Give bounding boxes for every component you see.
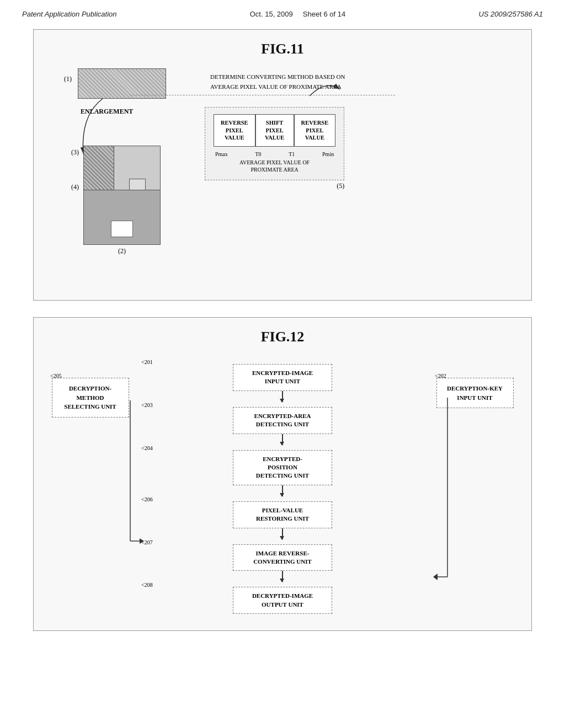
fc-num201: <201 — [141, 359, 153, 365]
fig11-label5: (5) — [205, 182, 344, 190]
fc-arrow4 — [282, 528, 283, 539]
fig11-pmin: Pmin — [322, 151, 334, 157]
fc-center-col: <201 ENCRYPTED-IMAGEINPUT UNIT <203 ENCR… — [136, 359, 429, 614]
fig12-title: FIG.12 — [45, 329, 520, 345]
fig11-title: FIG.11 — [45, 41, 520, 57]
fc-num207: <207 — [141, 539, 153, 545]
fig11-label1: (1) — [64, 75, 72, 83]
fig11-t0: T0 — [255, 151, 261, 157]
fig12-box202: DECRYPTION-KEYINPUT UNIT — [436, 378, 514, 408]
fig11-dashed-line — [130, 95, 395, 95]
main-content: FIG.11 (1) ENLARGEMENT — [0, 24, 565, 659]
fig11-three-boxes: REVERSEPIXELVALUE SHIFTPIXELVALUE REVERS… — [214, 114, 335, 147]
fig11-box2: SHIFTPIXELVALUE — [255, 114, 294, 147]
fc-num208: <208 — [141, 582, 153, 588]
fig11-layout: (1) ENLARGEMENT DETERMINE CONVERTING MET… — [45, 68, 520, 289]
fc-arrow5 — [282, 571, 283, 582]
fc-num203: <203 — [141, 402, 153, 408]
fig11-enlarged-group: (3) (4) — [83, 146, 161, 255]
header-sheet: Sheet 6 of 14 — [303, 10, 345, 18]
fig11-label2: (2) — [83, 247, 161, 255]
fig11-hatched-image — [78, 68, 166, 99]
svg-marker-7 — [433, 574, 438, 580]
header-publication: Patent Application Publication — [22, 10, 117, 18]
fc-arrow1 — [282, 391, 283, 402]
header-date: Oct. 15, 2009 — [250, 10, 293, 18]
fig11-pmax: Pmax — [215, 151, 228, 157]
fig11-container: FIG.11 (1) ENLARGEMENT — [33, 29, 532, 301]
fig12-box205: DECRYPTION-METHODSELECTING UNIT — [52, 378, 129, 417]
fc-arrow3 — [282, 485, 283, 496]
header-patent-num: US 2009/257586 A1 — [478, 10, 543, 18]
fig12-box204: ENCRYPTED-POSITIONDETECTING UNIT — [233, 450, 332, 485]
fc-right-col: <202 DECRYPTION-KEYINPUT UNIT — [435, 373, 515, 408]
fig12-box201: ENCRYPTED-IMAGEINPUT UNIT — [233, 364, 332, 391]
fig12-container: FIG.12 <205 DECRYPTION-METHODSELECTING U… — [33, 317, 532, 631]
fig11-boxes-section: REVERSEPIXELVALUE SHIFTPIXELVALUE REVERS… — [205, 107, 344, 190]
fig11-label4: (4) — [71, 183, 79, 191]
fc-num206: <206 — [141, 496, 153, 502]
fig11-t1: T1 — [289, 151, 295, 157]
fc-num204: <204 — [141, 445, 153, 451]
fig11-avg-label: AVERAGE PIXEL VALUE OFPROXIMATE AREA — [214, 159, 335, 173]
fig11-boxes-dashed: REVERSEPIXELVALUE SHIFTPIXELVALUE REVERS… — [205, 107, 344, 180]
fig11-box1: REVERSEPIXELVALUE — [214, 114, 255, 147]
page-header: Patent Application Publication Oct. 15, … — [0, 0, 565, 24]
fig12-box206: PIXEL-VALUERESTORING UNIT — [233, 501, 332, 528]
fig11-box3: REVERSEPIXELVALUE — [294, 114, 336, 147]
fig12-box207: IMAGE REVERSE-CONVERTING UNIT — [233, 544, 332, 571]
header-date-sheet: Oct. 15, 2009 Sheet 6 of 14 — [250, 10, 345, 18]
fig11-axis-labels: Pmax T0 T1 Pmin — [214, 151, 335, 157]
fig12-flowchart: <205 DECRYPTION-METHODSELECTING UNIT <20… — [45, 356, 520, 619]
fig11-label3: (3) — [71, 148, 79, 157]
fc-arrow2 — [282, 434, 283, 445]
fig11-enlarged-image — [83, 146, 161, 245]
fc-left-col: <205 DECRYPTION-METHODSELECTING UNIT — [50, 373, 130, 417]
fig12-box203: ENCRYPTED-AREADETECTING UNIT — [233, 407, 332, 434]
fig12-box208: DECRYPTED-IMAGEOUTPUT UNIT — [233, 587, 332, 614]
fig11-item1: (1) — [78, 68, 166, 99]
fig11-curve-arrow — [310, 79, 343, 101]
